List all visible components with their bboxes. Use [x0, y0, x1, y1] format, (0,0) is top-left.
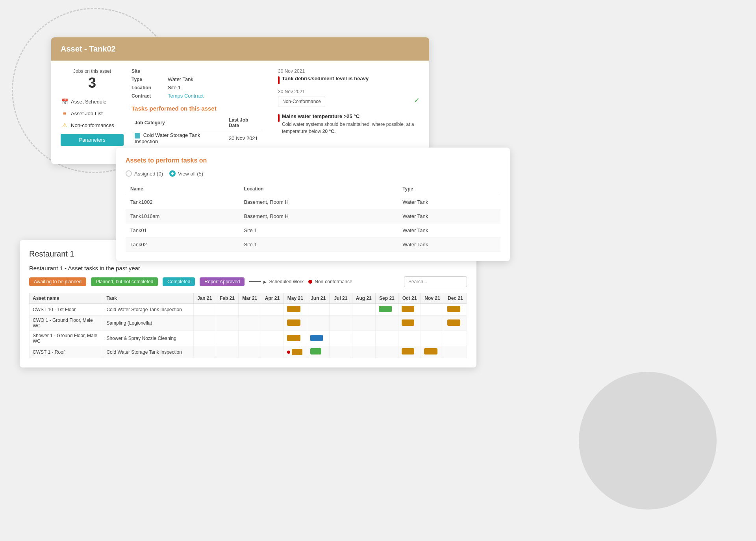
gantt-cell [193, 316, 216, 331]
water-icon [135, 133, 140, 138]
gantt-cell-may-1 [284, 304, 307, 316]
assets-name-header: Name [126, 183, 239, 195]
jobs-count: 3 [61, 75, 124, 91]
non-conformances-link[interactable]: ⚠ Non-conformances [61, 121, 124, 129]
gray-circle-decoration [579, 372, 717, 510]
tasks-panel-title: Assets to perform tasks on [126, 157, 500, 164]
field-location: Location Site 1 [132, 85, 262, 90]
asset-location-cell: Site 1 [239, 223, 398, 238]
gantt-cell [307, 304, 330, 316]
gantt-cell [375, 316, 398, 331]
task-name: Cold Water Storage Tank Inspection [135, 132, 200, 144]
radio-view-all[interactable]: View all (5) [169, 170, 203, 177]
asset-location-cell: Basement, Room H [239, 195, 398, 209]
alert-bar-1: Tank debris/sediment level is heavy [278, 76, 420, 84]
gantt-cell [375, 331, 398, 346]
asset-job-list-link[interactable]: ≡ Asset Job List [61, 109, 124, 117]
gantt-cell [239, 316, 261, 331]
legend-planned: Planned, but not completed [91, 277, 158, 286]
table-row: Tank1016am Basement, Room H Water Tank [126, 209, 500, 223]
gantt-header-oct: Oct 21 [398, 293, 421, 304]
alert-bar-2: Mains water temperature >25 °C Cold wate… [278, 113, 420, 135]
task-name-cell: Cold Water Storage Tank Inspection [132, 130, 226, 146]
gantt-cell [216, 304, 238, 316]
red-severity-bar [278, 76, 280, 84]
asset-schedule-label: Asset Schedule [71, 99, 106, 105]
non-conformance-label: Non-conformance [315, 279, 352, 284]
gantt-header-nov: Nov 21 [421, 293, 444, 304]
table-row: Tank02 Site 1 Water Tank [126, 238, 500, 252]
scheduled-work-label: Scheduled Work [269, 279, 304, 284]
table-row: CWST 1 - Roof Cold Water Storage Tank In… [30, 346, 467, 358]
radio-assigned[interactable]: Assigned (0) [126, 170, 163, 177]
asset-name-cell: Tank1002 [126, 195, 239, 209]
gantt-header-feb: Feb 21 [216, 293, 238, 304]
non-conformances-label: Non-conformances [71, 122, 114, 128]
asset-type-cell: Water Tank [398, 238, 500, 252]
gantt-task-1: Cold Water Storage Tank Inspection [103, 304, 193, 316]
gantt-header-jan: Jan 21 [193, 293, 216, 304]
gantt-header-jun: Jun 21 [307, 293, 330, 304]
list-icon: ≡ [61, 109, 69, 117]
gantt-cell [307, 316, 330, 331]
gantt-task-3: Shower & Spray Nozzle Cleaning [103, 331, 193, 346]
alert-bar-title: Mains water temperature >25 °C [282, 113, 420, 119]
red-severity-bar-2 [278, 114, 280, 122]
scheduled-work-line [249, 281, 261, 282]
contract-link[interactable]: Temps Contract [168, 93, 204, 99]
gantt-header-apr: Apr 21 [261, 293, 284, 304]
field-contract: Contract Temps Contract [132, 93, 262, 99]
assets-type-header: Type [398, 183, 500, 195]
gantt-cell [193, 346, 216, 358]
asset-panel: Asset - Tank02 Jobs on this asset 3 📅 As… [51, 37, 429, 164]
gantt-table: Asset name Task Jan 21 Feb 21 Mar 21 Apr… [29, 293, 467, 358]
asset-type-cell: Water Tank [398, 195, 500, 209]
gantt-cell [193, 331, 216, 346]
radio-group: Assigned (0) View all (5) [126, 170, 500, 177]
nonconformance-badge: Non-Conformance [278, 96, 325, 107]
gantt-cell [330, 316, 352, 331]
job-category-header: Job Category [132, 116, 226, 130]
chart-title: Restaurant 1 - Asset tasks in the past y… [29, 265, 467, 271]
gantt-cell-may-3 [284, 331, 307, 346]
jobs-label: Jobs on this asset [61, 68, 124, 74]
gantt-cell-may-2 [284, 316, 307, 331]
table-row: CWO 1 - Ground Floor, Male WC Sampling (… [30, 316, 467, 331]
asset-schedule-link[interactable]: 📅 Asset Schedule [61, 98, 124, 105]
gantt-cell [352, 331, 375, 346]
gantt-chart: Asset name Task Jan 21 Feb 21 Mar 21 Apr… [29, 293, 467, 358]
legend-row: Awaiting to be planned Planned, but not … [29, 276, 467, 287]
legend-non-conformance: Non-conformance [308, 279, 352, 284]
asset-right-column: 30 Nov 2021 Tank debris/sediment level i… [278, 68, 420, 156]
asset-name-cell: Tank1016am [126, 209, 239, 223]
gantt-asset-2: CWO 1 - Ground Floor, Male WC [30, 316, 103, 331]
gantt-cell-sep-1 [375, 304, 398, 316]
type-value: Water Tank [168, 76, 193, 82]
check-icon: ✓ [414, 96, 420, 105]
contract-label: Contract [132, 93, 163, 99]
gantt-cell [330, 331, 352, 346]
radio-view-all-label: View all (5) [178, 171, 203, 177]
warning-icon: ⚠ [61, 121, 69, 129]
gantt-header-task: Task [103, 293, 193, 304]
gantt-cell-dec-1 [444, 304, 467, 316]
gantt-search-input[interactable] [404, 276, 467, 287]
gantt-cell [239, 304, 261, 316]
parameters-button[interactable]: Parameters [61, 134, 124, 146]
gantt-cell-jun-4 [307, 346, 330, 358]
gantt-header-sep: Sep 21 [375, 293, 398, 304]
gantt-cell-oct-1 [398, 304, 421, 316]
asset-type-cell: Water Tank [398, 209, 500, 223]
asset-type-cell: Water Tank [398, 223, 500, 238]
asset-title: Asset - Tank02 [61, 44, 116, 53]
gantt-cell [375, 346, 398, 358]
gantt-cell-may-4 [284, 346, 307, 358]
table-row: Tank01 Site 1 Water Tank [126, 223, 500, 238]
gantt-cell [216, 316, 238, 331]
gantt-cell [352, 346, 375, 358]
arrow-icon: ▶ [263, 280, 267, 284]
alert-date-2: 30 Nov 2021 [278, 89, 420, 94]
gantt-cell [216, 331, 238, 346]
table-row: Shower 1 - Ground Floor, Male WC Shower … [30, 331, 467, 346]
gantt-cell [421, 316, 444, 331]
